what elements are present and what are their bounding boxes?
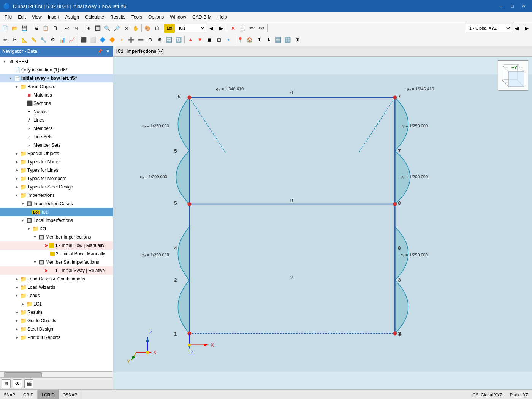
tree-item-member-sets[interactable]: ▶ ⟋ Member Sets xyxy=(0,141,113,149)
menu-file[interactable]: File xyxy=(2,12,15,22)
menu-view[interactable]: View xyxy=(29,12,45,22)
tb2-13[interactable]: 🔸 xyxy=(117,35,126,44)
tb2-16[interactable]: ⊕ xyxy=(146,35,155,44)
viewport-canvas[interactable]: +Y xyxy=(113,57,532,390)
nav-bottom-btn-3[interactable]: 🎬 xyxy=(24,379,33,388)
expand-ic1-folder[interactable]: ▼ xyxy=(26,226,32,232)
tree-item-types-steel[interactable]: ▶ 📁 Types for Steel Design xyxy=(0,183,113,191)
tree-item-basic-objects[interactable]: ▶ 📁 Basic Objects xyxy=(0,82,113,91)
tb-wire[interactable]: ⬡ xyxy=(152,24,162,33)
navigation-cube[interactable]: +Y xyxy=(498,60,528,91)
expand-lines[interactable]: ▶ xyxy=(20,117,26,123)
expand-initial-sway[interactable]: ▼ xyxy=(8,75,14,81)
tree-item-load-cases[interactable]: ▶ 📁 Load Cases & Combinations xyxy=(0,275,113,283)
tb-print[interactable]: 🖨 xyxy=(32,24,41,33)
tb-zoom-out[interactable]: 🔎 xyxy=(112,24,121,33)
tb-render[interactable]: 🎨 xyxy=(143,24,152,33)
tb2-30[interactable]: 🔡 xyxy=(283,35,292,44)
tb2-20[interactable]: 🔺 xyxy=(186,35,195,44)
close-button[interactable]: ✕ xyxy=(518,2,529,10)
tree-item-types-lines[interactable]: ▶ 📁 Types for Lines xyxy=(0,166,113,174)
tree-item-member-imperfections[interactable]: ▼ 🔲 Member Imperfections xyxy=(0,233,113,241)
tree-item-local-imperfections[interactable]: ▼ 🔲 Local Imperfections xyxy=(0,216,113,225)
menu-results[interactable]: Results xyxy=(107,12,128,22)
menu-insert[interactable]: Insert xyxy=(45,12,62,22)
tb2-22[interactable]: ◼ xyxy=(205,35,214,44)
tb2-18[interactable]: 🔄 xyxy=(165,35,174,44)
tb-coord-next[interactable]: ▶ xyxy=(522,24,531,33)
tb-coord-prev[interactable]: ◀ xyxy=(512,24,521,33)
tree-item-ic1-folder[interactable]: ▼ 📁 IC1 xyxy=(0,225,113,233)
tree-item-nodes[interactable]: ▶ • Nodes xyxy=(0,108,113,116)
expand-materials[interactable]: ▶ xyxy=(20,92,26,98)
tree-item-imperfection-cases[interactable]: ▼ 🔲 Imperfection Cases xyxy=(0,200,113,208)
navigator-hscroll-thumb[interactable] xyxy=(4,372,42,377)
expand-load-wizards[interactable]: ▶ xyxy=(14,284,20,290)
tb2-2[interactable]: ✂ xyxy=(10,35,19,44)
tree-item-ic1-tags[interactable]: ▶ LoI IC1 xyxy=(0,208,113,216)
menu-calculate[interactable]: Calculate xyxy=(82,12,107,22)
tb-lol[interactable]: LoI xyxy=(164,24,175,33)
status-grid[interactable]: GRID xyxy=(19,390,38,399)
tb2-12[interactable]: 🔶 xyxy=(108,35,117,44)
tb-save[interactable]: 💾 xyxy=(20,24,29,33)
tb2-3[interactable]: 📐 xyxy=(20,35,29,44)
tree-item-special-objects[interactable]: ▶ 📁 Special Objects xyxy=(0,149,113,158)
tb2-6[interactable]: ⚙ xyxy=(48,35,57,44)
tb2-24[interactable]: 🔹 xyxy=(224,35,233,44)
tree-item-materials[interactable]: ▶ ■ Materials xyxy=(0,91,113,99)
tb2-26[interactable]: 🏠 xyxy=(245,35,254,44)
tree-item-sway1[interactable]: ▶ ➤ 1 - Initial Sway | Relative xyxy=(0,266,113,275)
tree-item-load-wizards[interactable]: ▶ 📁 Load Wizards xyxy=(0,283,113,291)
status-osnap[interactable]: OSNAP xyxy=(59,390,82,399)
expand-loads[interactable]: ▼ xyxy=(14,293,20,299)
tree-item-imperfections[interactable]: ▼ 📁 Imperfections xyxy=(0,191,113,200)
minimize-button[interactable]: ─ xyxy=(496,2,506,10)
tb-redo[interactable]: ↪ xyxy=(72,24,81,33)
tb-delete[interactable]: ✕ xyxy=(228,24,238,33)
tb-new[interactable]: 📄 xyxy=(1,24,10,33)
tb-print3[interactable]: 🗒 xyxy=(51,24,60,33)
menu-assign[interactable]: Assign xyxy=(62,12,82,22)
expand-nodes[interactable]: ▶ xyxy=(20,109,26,115)
imperfection-case-dropdown[interactable]: IC1 xyxy=(176,24,206,32)
tb-open[interactable]: 📂 xyxy=(10,24,19,33)
expand-local-imperfections[interactable]: ▼ xyxy=(20,217,26,223)
tb-xxx[interactable]: xxx xyxy=(247,24,256,33)
maximize-button[interactable]: □ xyxy=(507,2,518,10)
tb-print2[interactable]: 📋 xyxy=(41,24,50,33)
nav-pin-button[interactable]: 📌 xyxy=(97,48,103,54)
tb2-9[interactable]: ⬛ xyxy=(79,35,88,44)
tb2-10[interactable]: ⬜ xyxy=(89,35,98,44)
expand-line-sets[interactable]: ▶ xyxy=(20,134,26,140)
tree-item-members[interactable]: ▶ ⟋ Members xyxy=(0,124,113,133)
expand-results[interactable]: ▶ xyxy=(14,309,20,315)
expand-member-set-imperfections[interactable]: ▼ xyxy=(32,259,38,265)
expand-rfem[interactable]: ▼ xyxy=(2,59,8,65)
tb2-17[interactable]: ⊗ xyxy=(155,35,164,44)
tb-pan[interactable]: ✋ xyxy=(131,24,140,33)
tb-xxx2[interactable]: xxx xyxy=(257,24,266,33)
navigator-hscrollbar[interactable] xyxy=(0,371,113,377)
status-lgrid[interactable]: LGRID xyxy=(38,390,59,399)
tb2-23[interactable]: ◻ xyxy=(214,35,223,44)
tb2-1[interactable]: ✏ xyxy=(1,35,10,44)
tb2-15[interactable]: ➖ xyxy=(136,35,145,44)
menu-options[interactable]: Options xyxy=(145,12,167,22)
tb2-11[interactable]: 🔷 xyxy=(98,35,107,44)
menu-help[interactable]: Help xyxy=(215,12,230,22)
expand-types-members[interactable]: ▶ xyxy=(14,176,20,182)
expand-lc1[interactable]: ▶ xyxy=(20,301,26,307)
tb2-19[interactable]: 🔃 xyxy=(174,35,183,44)
expand-steel-design[interactable]: ▶ xyxy=(14,326,20,332)
nav-bottom-btn-1[interactable]: 🖥 xyxy=(2,379,11,388)
tree-item-printout-reports[interactable]: ▶ 📁 Printout Reports xyxy=(0,333,113,342)
tb-snap[interactable]: 🔲 xyxy=(93,24,102,33)
tree-item-guide-objects[interactable]: ▶ 📁 Guide Objects xyxy=(0,317,113,325)
expand-load-cases[interactable]: ▶ xyxy=(14,276,20,282)
tree-item-lines[interactable]: ▶ / Lines xyxy=(0,116,113,124)
tb-zoom-all[interactable]: ⊠ xyxy=(122,24,131,33)
expand-only-inclination[interactable]: ▶ xyxy=(8,67,14,73)
tb2-5[interactable]: 🔧 xyxy=(39,35,48,44)
tb2-21[interactable]: 🔻 xyxy=(195,35,204,44)
